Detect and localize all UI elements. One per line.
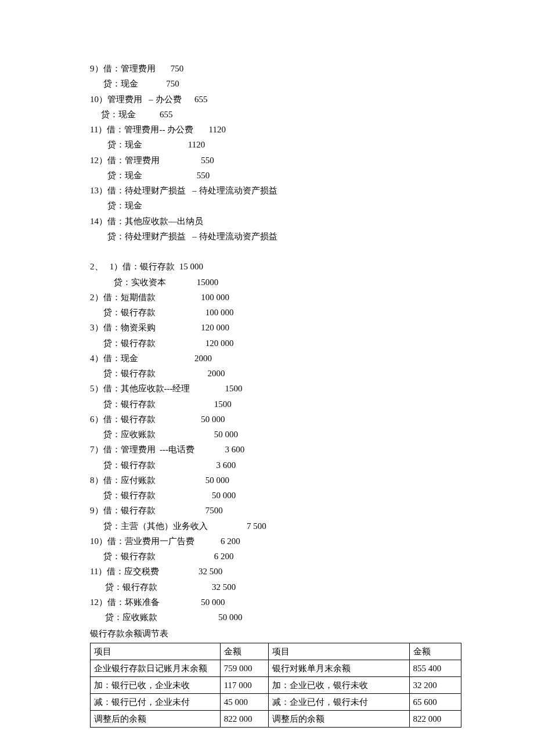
table-row: 企业银行存款日记账月末余额 759 000 银行对账单月末余额 855 400 [91,660,461,676]
table-cell: 银行对账单月末余额 [268,660,409,676]
table-row: 调整后的余额 822 000 调整后的余额 822 000 [91,710,461,727]
entry-line: 14）借：其他应收款—出纳员 [90,214,461,229]
entry-line: 5）借：其他应收款---经理 1500 [90,381,461,396]
entry-line: 贷：银行存款 50 000 [90,488,461,503]
entry-line: 9）借：管理费用 750 [90,61,461,76]
entry-line: 12）借：坏账准备 50 000 [90,595,461,610]
entry-line: 贷：主营（其他）业务收入 7 500 [90,519,461,534]
entry-line: 贷：现金 [90,198,461,213]
entry-line: 贷：现金 550 [90,168,461,183]
reconciliation-table: 项目 金额 项目 金额 企业银行存款日记账月末余额 759 000 银行对账单月… [90,643,461,728]
table-cell: 减：企业已付，银行未付 [268,693,409,710]
table-cell: 加：银行已收，企业未收 [91,676,221,693]
entry-line: 贷：银行存款 2000 [90,366,461,381]
entry-line: 7）借：管理费用 ---电话费 3 600 [90,442,461,457]
journal-entries-section1: 9）借：管理费用 750 贷：现金 750 10）管理费用 – 办公费 655 … [90,61,461,244]
table-cell: 45 000 [220,693,268,710]
table-cell: 822 000 [409,710,461,727]
table-cell: 117 000 [220,676,268,693]
table-header-cell: 金额 [220,643,268,660]
blank-line [90,244,461,259]
entry-line: 贷：现金 1120 [90,137,461,152]
journal-entries-section2: 2、 1）借：银行存款 15 000 贷：实收资本 15000 2）借：短期借款… [90,259,461,625]
entry-line: 贷：现金 750 [90,76,461,91]
entry-line: 贷：实收资本 15000 [90,275,461,290]
table-cell: 企业银行存款日记账月末余额 [91,660,221,676]
entry-line: 3）借：物资采购 120 000 [90,320,461,335]
table-cell: 65 600 [409,693,461,710]
table-cell: 32 200 [409,676,461,693]
table-cell: 759 000 [220,660,268,676]
entry-line: 贷：银行存款 6 200 [90,549,461,564]
table-cell: 822 000 [220,710,268,727]
table-cell: 调整后的余额 [91,710,221,727]
entry-line: 9）借：银行存款 7500 [90,503,461,518]
section2-header: 2、 1）借：银行存款 15 000 [90,259,461,274]
table-cell: 855 400 [409,660,461,676]
entry-line: 贷：应收账款 50 000 [90,610,461,625]
table-cell: 调整后的余额 [268,710,409,727]
table-header-cell: 项目 [91,643,221,660]
entry-line: 10）管理费用 – 办公费 655 [90,92,461,107]
entry-line: 贷：银行存款 3 600 [90,458,461,473]
table-row: 加：银行已收，企业未收 117 000 加：企业已收，银行未收 32 200 [91,676,461,693]
table-cell: 减：银行已付，企业未付 [91,693,221,710]
entry-line: 2）借：短期借款 100 000 [90,290,461,305]
entry-line: 贷：现金 655 [90,107,461,122]
table-header-cell: 金额 [409,643,461,660]
entry-line: 12）借：管理费用 550 [90,153,461,168]
entry-line: 13）借：待处理财产损益 – 待处理流动资产损益 [90,183,461,198]
entry-line: 贷：银行存款 120 000 [90,336,461,351]
entry-line: 贷：银行存款 100 000 [90,305,461,320]
entry-line: 4）借：现金 2000 [90,351,461,366]
entry-line: 贷：应收账款 50 000 [90,427,461,442]
entry-line: 11）借：管理费用-- 办公费 1120 [90,122,461,137]
table-header-row: 项目 金额 项目 金额 [91,643,461,660]
entry-line: 10）借：营业费用一广告费 6 200 [90,534,461,549]
entry-line: 8）借：应付账款 50 000 [90,473,461,488]
entry-line: 贷：银行存款 32 500 [90,579,461,595]
entry-line: 6）借：银行存款 50 000 [90,412,461,427]
table-title: 银行存款余额调节表 [90,626,461,641]
entry-line: 贷：银行存款 1500 [90,397,461,412]
table-cell: 加：企业已收，银行未收 [268,676,409,693]
entry-line: 11）借：应交税费 32 500 [90,564,461,579]
table-header-cell: 项目 [268,643,409,660]
table-row: 减：银行已付，企业未付 45 000 减：企业已付，银行未付 65 600 [91,693,461,710]
entry-line: 贷：待处理财产损益 – 待处理流动资产损益 [90,229,461,244]
